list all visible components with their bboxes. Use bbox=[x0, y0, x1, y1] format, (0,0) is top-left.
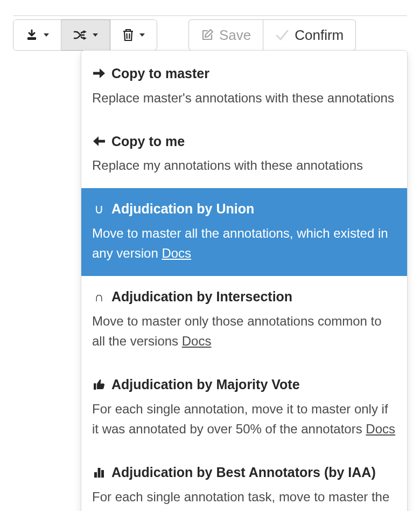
adjudication-dropdown: Copy to master Replace master's annotati… bbox=[81, 50, 408, 511]
svg-rect-9 bbox=[98, 468, 101, 478]
svg-rect-0 bbox=[27, 37, 36, 40]
download-icon bbox=[25, 29, 38, 42]
left-button-group bbox=[13, 19, 157, 51]
svg-rect-3 bbox=[93, 72, 101, 75]
arrow-right-icon bbox=[93, 68, 105, 78]
menu-item-desc: For each single annotation, move it to m… bbox=[92, 399, 396, 439]
menu-item-desc: Move to master only those annotations co… bbox=[92, 311, 396, 351]
menu-item-title: Adjudication by Best Annotators (by IAA) bbox=[92, 464, 396, 481]
thumbs-up-icon bbox=[93, 378, 105, 390]
svg-marker-6 bbox=[93, 136, 99, 146]
menu-item-title: ∩ Adjudication by Intersection bbox=[92, 288, 396, 306]
confirm-label: Confirm bbox=[295, 27, 344, 44]
svg-marker-2 bbox=[83, 37, 87, 40]
union-icon: ∪ bbox=[94, 201, 104, 217]
caret-down-icon bbox=[93, 33, 98, 37]
menu-item-adjudication-best-annotators[interactable]: Adjudication by Best Annotators (by IAA)… bbox=[81, 452, 407, 511]
toolbar: Save Confirm bbox=[13, 15, 407, 51]
svg-rect-8 bbox=[94, 472, 97, 478]
confirm-button[interactable]: Confirm bbox=[263, 19, 356, 51]
menu-item-desc: For each single annotation task, move to… bbox=[92, 487, 396, 512]
arrow-left-icon bbox=[93, 136, 105, 146]
svg-marker-1 bbox=[83, 30, 87, 33]
trash-icon bbox=[122, 29, 134, 42]
menu-item-title: ∪ Adjudication by Union bbox=[92, 200, 396, 218]
bar-chart-icon bbox=[94, 467, 104, 478]
svg-rect-5 bbox=[97, 140, 105, 142]
caret-down-icon bbox=[139, 33, 145, 37]
svg-rect-10 bbox=[101, 470, 104, 478]
save-button[interactable]: Save bbox=[188, 19, 263, 51]
menu-item-desc: Move to master all the annotations, whic… bbox=[92, 223, 396, 263]
right-button-group: Save Confirm bbox=[188, 19, 356, 51]
menu-item-title: Adjudication by Majority Vote bbox=[92, 376, 396, 393]
caret-down-icon bbox=[44, 33, 49, 37]
docs-link[interactable]: Docs bbox=[162, 246, 191, 260]
menu-item-desc: Replace my annotations with these annota… bbox=[92, 155, 396, 175]
menu-item-adjudication-intersection[interactable]: ∩ Adjudication by Intersection Move to m… bbox=[81, 276, 407, 364]
shuffle-button[interactable] bbox=[61, 19, 110, 51]
check-icon bbox=[275, 29, 289, 42]
save-label: Save bbox=[219, 27, 251, 44]
shuffle-icon bbox=[73, 29, 87, 42]
menu-item-title: Copy to master bbox=[92, 65, 396, 82]
menu-item-adjudication-union[interactable]: ∪ Adjudication by Union Move to master a… bbox=[81, 188, 407, 276]
svg-marker-4 bbox=[100, 68, 105, 78]
menu-item-copy-to-me[interactable]: Copy to me Replace my annotations with t… bbox=[81, 121, 407, 189]
menu-item-adjudication-majority[interactable]: Adjudication by Majority Vote For each s… bbox=[81, 364, 407, 452]
docs-link[interactable]: Docs bbox=[182, 334, 212, 348]
svg-rect-7 bbox=[94, 383, 96, 390]
delete-button[interactable] bbox=[110, 19, 157, 51]
docs-link[interactable]: Docs bbox=[366, 422, 395, 436]
menu-item-title: Copy to me bbox=[92, 133, 396, 150]
download-button[interactable] bbox=[13, 19, 61, 51]
intersection-icon: ∩ bbox=[94, 288, 103, 305]
menu-item-copy-to-master[interactable]: Copy to master Replace master's annotati… bbox=[81, 53, 407, 121]
edit-icon bbox=[201, 29, 214, 42]
menu-item-desc: Replace master's annotations with these … bbox=[92, 88, 396, 108]
